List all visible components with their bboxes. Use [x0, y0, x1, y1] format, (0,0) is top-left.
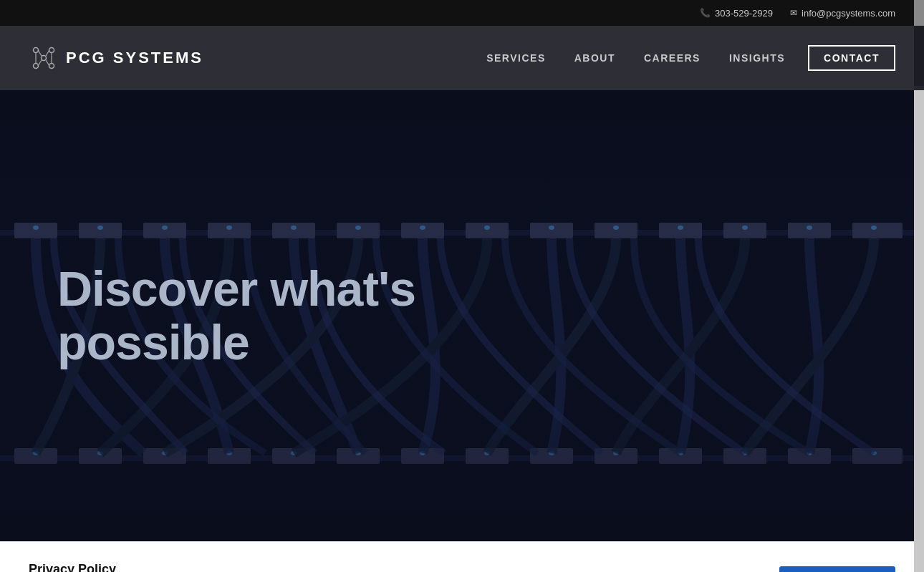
nav-services[interactable]: SERVICES	[475, 47, 557, 69]
svg-point-3	[49, 64, 54, 69]
logo-text: PCG SYSTEMS	[66, 49, 203, 67]
hero-content: Discover what's possible	[57, 262, 415, 369]
logo-icon	[29, 43, 59, 73]
nav-insights[interactable]: INSIGHTS	[718, 47, 797, 69]
svg-line-6	[46, 50, 49, 56]
cookie-title: Privacy Policy	[29, 562, 658, 572]
svg-point-4	[42, 56, 47, 61]
svg-point-0	[34, 48, 39, 53]
hero-title-line1: Discover what's	[57, 261, 415, 316]
svg-point-1	[49, 48, 54, 53]
email-icon: ✉	[790, 8, 797, 18]
accept-close-button[interactable]: Accept & Close	[779, 566, 895, 572]
site-header: PCG SYSTEMS SERVICES ABOUT CAREERS INSIG…	[0, 26, 924, 90]
svg-line-8	[46, 60, 49, 66]
nav-careers[interactable]: CAREERS	[632, 47, 712, 69]
svg-point-2	[34, 64, 39, 69]
email-info: ✉ info@pcgsystems.com	[790, 8, 895, 19]
hero-title-line2: possible	[57, 315, 249, 369]
hero-title: Discover what's possible	[57, 262, 415, 369]
nav-contact[interactable]: CONTACT	[808, 45, 895, 71]
phone-number: 303-529-2929	[715, 8, 773, 19]
email-link[interactable]: info@pcgsystems.com	[802, 8, 895, 19]
phone-icon: 📞	[700, 8, 711, 18]
phone-info: 📞 303-529-2929	[700, 8, 773, 19]
cookie-actions: Cookie Settings Accept & Close	[686, 566, 895, 572]
cookie-text-block: Privacy Policy This site uses cookies to…	[29, 562, 658, 572]
top-bar: 📞 303-529-2929 ✉ info@pcgsystems.com	[0, 0, 924, 26]
main-nav: SERVICES ABOUT CAREERS INSIGHTS CONTACT	[475, 45, 895, 71]
hero-section: Discover what's possible	[0, 90, 924, 541]
svg-line-7	[38, 60, 42, 66]
cookie-banner: Privacy Policy This site uses cookies to…	[0, 541, 924, 572]
logo-link[interactable]: PCG SYSTEMS	[29, 43, 203, 73]
svg-line-5	[38, 50, 42, 56]
nav-about[interactable]: ABOUT	[563, 47, 627, 69]
